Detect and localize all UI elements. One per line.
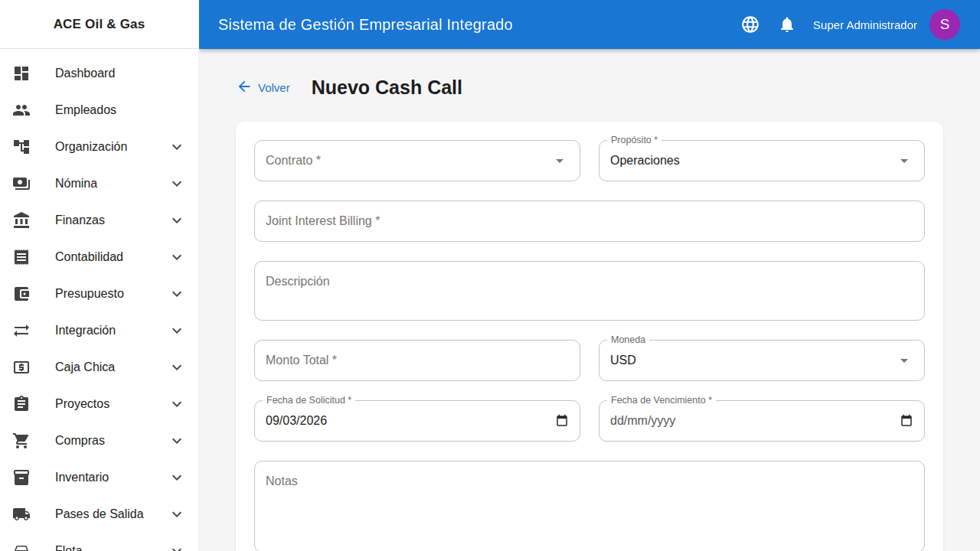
fecha-solicitud-label: Fecha de Solicitud * bbox=[263, 394, 355, 407]
user-name: Super Administrador bbox=[813, 18, 917, 31]
sidebar-item-label: Organización bbox=[55, 140, 168, 154]
moneda-label: Moneda bbox=[607, 334, 649, 347]
chevron-down-icon bbox=[168, 138, 186, 156]
wallet-icon bbox=[12, 285, 31, 303]
chevron-down-icon bbox=[168, 395, 186, 413]
jib-label: Joint Interest Billing * bbox=[266, 214, 380, 228]
language-button[interactable] bbox=[735, 9, 766, 40]
chevron-down-icon bbox=[168, 468, 186, 487]
descripcion-label: Descripción bbox=[266, 275, 330, 289]
chevron-down-icon bbox=[168, 211, 186, 230]
proposito-value: Operaciones bbox=[610, 154, 680, 168]
sidebar-item-label: Proyectos bbox=[55, 397, 168, 411]
contrato-select[interactable]: Contrato * bbox=[254, 140, 580, 181]
chevron-down-icon bbox=[168, 432, 186, 450]
fecha-solicitud-input[interactable]: Fecha de Solicitud * 09/03/2026 bbox=[254, 400, 580, 442]
fecha-vencimiento-placeholder: dd/mm/yyyy bbox=[610, 414, 675, 428]
globe-icon bbox=[740, 15, 760, 34]
chevron-down-icon bbox=[168, 358, 186, 377]
inventory-icon bbox=[12, 468, 31, 487]
sidebar-item-label: Nómina bbox=[55, 177, 168, 191]
sidebar-item-label: Pases de Salida bbox=[55, 507, 168, 521]
form-card: Contrato * Propósito * Operaciones Joint… bbox=[236, 122, 943, 551]
app-bar-actions: Super Administrador S bbox=[735, 9, 960, 40]
cart-icon bbox=[12, 432, 31, 450]
sidebar-item-label: Caja Chica bbox=[55, 360, 168, 374]
moneda-select[interactable]: Moneda USD bbox=[599, 340, 925, 381]
dropdown-arrow-icon bbox=[895, 152, 913, 170]
sidebar-nav: DashboardEmpleadosOrganizaciónNóminaFina… bbox=[0, 49, 198, 551]
sidebar-item-contabilidad[interactable]: Contabilidad bbox=[0, 239, 198, 276]
sidebar-item-dashboard[interactable]: Dashboard bbox=[0, 55, 198, 92]
sidebar-item-label: Flota bbox=[55, 544, 168, 551]
notas-textarea[interactable]: Notas bbox=[254, 461, 925, 551]
app-title: Sistema de Gestión Empresarial Integrado bbox=[218, 16, 513, 34]
jib-input[interactable]: Joint Interest Billing * bbox=[254, 201, 925, 242]
sidebar-item-label: Dashboard bbox=[55, 67, 186, 80]
moneda-value: USD bbox=[610, 354, 636, 367]
page-header: Volver Nuevo Cash Call bbox=[236, 77, 943, 99]
cash-atm-icon bbox=[12, 358, 31, 377]
sidebar-item-integracion[interactable]: Integración bbox=[0, 312, 198, 349]
sidebar-item-compras[interactable]: Compras bbox=[0, 422, 198, 459]
sidebar-item-caja-chica[interactable]: Caja Chica bbox=[0, 349, 198, 386]
receipt-icon bbox=[12, 248, 31, 266]
bank-icon bbox=[12, 211, 31, 230]
sidebar-item-label: Integración bbox=[55, 324, 168, 337]
page-title: Nuevo Cash Call bbox=[312, 77, 462, 99]
fecha-vencimiento-input[interactable]: Fecha de Vencimiento * dd/mm/yyyy bbox=[599, 400, 925, 442]
chevron-down-icon bbox=[168, 285, 186, 303]
sidebar-item-label: Empleados bbox=[55, 103, 186, 117]
payments-icon bbox=[12, 174, 31, 193]
org-tree-icon bbox=[12, 138, 31, 156]
chevron-down-icon bbox=[168, 174, 186, 193]
sidebar-item-presupuesto[interactable]: Presupuesto bbox=[0, 276, 198, 312]
sidebar: ACE Oil & Gas DashboardEmpleadosOrganiza… bbox=[0, 0, 199, 551]
proposito-select[interactable]: Propósito * Operaciones bbox=[599, 140, 925, 181]
sidebar-item-flota[interactable]: Flota bbox=[0, 533, 198, 551]
car-icon bbox=[12, 542, 31, 551]
fecha-solicitud-value: 09/03/2026 bbox=[266, 414, 327, 428]
app-bar: Sistema de Gestión Empresarial Integrado… bbox=[199, 0, 980, 49]
back-link[interactable]: Volver bbox=[236, 78, 290, 98]
calendar-icon[interactable] bbox=[900, 414, 913, 428]
proposito-label: Propósito * bbox=[607, 134, 662, 147]
calendar-icon[interactable] bbox=[555, 414, 569, 428]
sidebar-item-inventario[interactable]: Inventario bbox=[0, 459, 198, 496]
sidebar-item-label: Contabilidad bbox=[55, 250, 168, 264]
notas-label: Notas bbox=[266, 474, 298, 488]
back-label: Volver bbox=[258, 81, 290, 94]
chevron-down-icon bbox=[168, 321, 186, 340]
sidebar-item-label: Finanzas bbox=[55, 214, 168, 227]
chevron-down-icon bbox=[168, 505, 186, 523]
sidebar-item-label: Inventario bbox=[55, 471, 168, 484]
sidebar-item-organizacion[interactable]: Organización bbox=[0, 129, 198, 165]
avatar[interactable]: S bbox=[929, 9, 960, 40]
main-content: Volver Nuevo Cash Call Contrato * Propós… bbox=[199, 0, 980, 551]
chevron-down-icon bbox=[168, 542, 186, 551]
dropdown-arrow-icon bbox=[550, 152, 569, 170]
dashboard-icon bbox=[12, 64, 31, 83]
bell-icon bbox=[778, 15, 796, 34]
sidebar-item-label: Compras bbox=[55, 434, 168, 448]
chevron-down-icon bbox=[168, 248, 186, 266]
sidebar-item-label: Presupuesto bbox=[55, 287, 168, 301]
sidebar-item-empleados[interactable]: Empleados bbox=[0, 92, 198, 129]
sidebar-item-proyectos[interactable]: Proyectos bbox=[0, 386, 198, 422]
descripcion-textarea[interactable]: Descripción bbox=[254, 261, 925, 321]
sidebar-item-nomina[interactable]: Nómina bbox=[0, 165, 198, 202]
sidebar-item-pases-de-salida[interactable]: Pases de Salida bbox=[0, 496, 198, 533]
notifications-button[interactable] bbox=[772, 9, 802, 40]
sidebar-item-finanzas[interactable]: Finanzas bbox=[0, 202, 198, 239]
fecha-vencimiento-label: Fecha de Vencimiento * bbox=[607, 394, 716, 407]
dropdown-arrow-icon bbox=[895, 351, 913, 370]
sync-icon bbox=[12, 321, 31, 340]
monto-total-input[interactable]: Monto Total * bbox=[254, 340, 580, 381]
clipboard-icon bbox=[12, 395, 31, 413]
monto-total-label: Monto Total * bbox=[266, 354, 337, 367]
contrato-label: Contrato * bbox=[266, 154, 321, 168]
brand-title: ACE Oil & Gas bbox=[0, 0, 198, 49]
arrow-back-icon bbox=[236, 78, 258, 98]
truck-icon bbox=[12, 505, 31, 523]
people-icon bbox=[12, 101, 31, 119]
